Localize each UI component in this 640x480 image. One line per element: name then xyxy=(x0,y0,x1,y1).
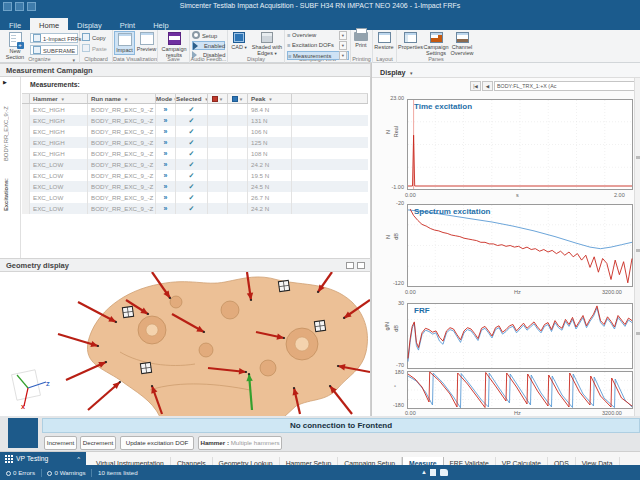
paste-button[interactable]: Paste xyxy=(82,44,107,53)
mode-icon[interactable]: » xyxy=(164,194,168,201)
selected-check-icon[interactable]: ✓ xyxy=(189,183,195,190)
row-handle[interactable] xyxy=(22,137,30,148)
row-handle[interactable] xyxy=(22,159,30,170)
mode-icon[interactable]: » xyxy=(164,128,168,135)
measurement-campaign-header[interactable]: Measurement Campaign xyxy=(0,63,371,77)
nav-prev-button[interactable]: ◀ xyxy=(482,81,493,91)
impact-button[interactable]: Impact xyxy=(114,31,135,55)
selected-check-icon[interactable]: ✓ xyxy=(189,128,195,135)
nav-trace-name[interactable]: BODY:FL_TRX_1:+X (Ac xyxy=(494,81,640,91)
table-row[interactable]: EXC_LOWBODY_RR_EXC_9_-Z»✓19.5 N xyxy=(22,170,368,181)
c1-axis: Real xyxy=(393,126,399,137)
section-dropdown[interactable]: 1-Impact FRFs▾ xyxy=(30,33,78,43)
excitation-arrow xyxy=(329,385,352,414)
mode-icon[interactable]: » xyxy=(164,161,168,168)
table-row[interactable]: EXC_HIGHBODY_RR_EXC_9_-Z»✓125 N xyxy=(22,137,368,148)
column-hammer[interactable]: Hammer ▼ xyxy=(30,94,88,103)
selected-check-icon[interactable]: ✓ xyxy=(189,150,195,157)
section-icon xyxy=(33,34,41,42)
channel-overview-button[interactable]: Channel Overview xyxy=(450,31,474,55)
column-filler xyxy=(292,94,368,103)
audio-enabled-button[interactable]: Enabled xyxy=(192,41,225,50)
campaign-view-dropdown-icon[interactable]: ▾ xyxy=(339,51,347,60)
row-handle[interactable] xyxy=(22,181,30,192)
table-row[interactable]: EXC_HIGHBODY_RR_EXC_9_-Z»✓108 N xyxy=(22,148,368,159)
row-handle[interactable] xyxy=(22,203,30,214)
properties-button[interactable]: Properties xyxy=(398,31,422,55)
c4-unit: ° xyxy=(393,385,399,387)
table-row[interactable]: EXC_HIGHBODY_RR_EXC_9_-Z»✓131 N xyxy=(22,115,368,126)
mode-icon[interactable]: » xyxy=(164,150,168,157)
restore-button[interactable]: Restore xyxy=(373,31,395,55)
row-handle[interactable] xyxy=(22,170,30,181)
new-section-button[interactable]: + New Section xyxy=(2,31,28,55)
geometry-maximize-icon[interactable] xyxy=(346,262,354,269)
selected-check-icon[interactable]: ✓ xyxy=(189,172,195,179)
copy-status-icon[interactable] xyxy=(440,469,448,476)
table-row[interactable]: EXC_LOWBODY_RR_EXC_9_-Z»✓24.2 N xyxy=(22,159,368,170)
spectrum-excitation-chart[interactable] xyxy=(407,204,633,287)
right-scrollbar[interactable] xyxy=(634,78,640,416)
update-excitation-dof-button[interactable]: Update excitation DOF xyxy=(120,436,194,450)
collapse-caret-icon[interactable]: ^ xyxy=(77,452,80,466)
table-row[interactable]: EXC_LOWBODY_RR_EXC_9_-Z»✓24.5 N xyxy=(22,181,368,192)
clipboard-status-icon[interactable] xyxy=(430,469,436,476)
selected-check-icon[interactable]: ✓ xyxy=(189,117,195,124)
selected-check-icon[interactable]: ✓ xyxy=(189,161,195,168)
table-row[interactable]: EXC_LOWBODY_RR_EXC_9_-Z»✓24.2 N xyxy=(22,203,368,214)
column-run-name[interactable]: Run name ▼ xyxy=(88,94,156,103)
expand-arrow-icon[interactable]: ▶ xyxy=(3,79,7,85)
row-handle[interactable] xyxy=(22,148,30,159)
column-mode[interactable]: Mode▼ xyxy=(156,94,176,103)
cell-filler xyxy=(292,181,368,192)
copy-button[interactable]: Copy xyxy=(82,33,106,42)
table-row[interactable]: EXC_LOWBODY_RR_EXC_9_-Z»✓26.7 N xyxy=(22,192,368,203)
selected-check-icon[interactable]: ✓ xyxy=(189,106,195,113)
selected-check-icon[interactable]: ✓ xyxy=(189,139,195,146)
row-handle[interactable] xyxy=(22,192,30,203)
decrement-button[interactable]: Decrement xyxy=(80,436,116,450)
column-peak[interactable]: Peak ▼ xyxy=(248,94,292,103)
column-selected[interactable]: Selected ▼ xyxy=(176,94,208,103)
print-button[interactable]: Print xyxy=(351,31,371,55)
preview-icon xyxy=(140,32,154,45)
cad-button[interactable]: CAD ▾ xyxy=(229,31,249,55)
hammer-selector[interactable]: Hammer : Multiple hammers xyxy=(198,436,282,450)
cad-icon xyxy=(233,32,245,43)
mode-icon[interactable]: » xyxy=(164,106,168,113)
selected-check-icon[interactable]: ✓ xyxy=(189,194,195,201)
mode-icon[interactable]: » xyxy=(164,205,168,212)
display-menu[interactable]: Display xyxy=(380,68,406,77)
mode-icon[interactable]: » xyxy=(164,183,168,190)
table-row[interactable]: EXC_HIGHBODY_RR_EXC_9_-Z»✓106 N xyxy=(22,126,368,137)
column-accel-filter[interactable]: ▼ xyxy=(228,94,248,103)
display-menu-arrow[interactable]: ▾ xyxy=(410,70,413,76)
selected-check-icon[interactable]: ✓ xyxy=(189,205,195,212)
audio-setup-button[interactable]: Setup xyxy=(192,31,217,40)
frf-phase-chart[interactable] xyxy=(407,371,633,409)
row-handle[interactable] xyxy=(22,104,30,115)
row-handle[interactable] xyxy=(22,126,30,137)
row-handle[interactable] xyxy=(22,115,30,126)
time-excitation-chart[interactable] xyxy=(407,99,633,190)
campaign-results-button[interactable]: Campaign results xyxy=(161,31,187,55)
nav-first-button[interactable]: |◀ xyxy=(470,81,481,91)
mode-icon[interactable]: » xyxy=(164,117,168,124)
campaign-settings-button[interactable]: Campaign Settings xyxy=(423,31,449,55)
workbook-dropdown[interactable]: SUBFRAME▾ xyxy=(30,45,78,55)
preview-button[interactable]: Preview xyxy=(136,31,157,55)
frf-amplitude-chart[interactable] xyxy=(407,303,633,369)
mode-icon[interactable]: » xyxy=(164,172,168,179)
column-hammer-filter[interactable]: ▼ xyxy=(208,94,228,103)
increment-button[interactable]: Increment xyxy=(44,436,77,450)
geometry-display-header[interactable]: Geometry display xyxy=(0,258,371,272)
geometry-viewport[interactable] xyxy=(0,272,371,416)
table-row[interactable]: EXC_HIGHBODY_RR_EXC_9_-Z»✓98.4 N xyxy=(22,104,368,115)
campaign-view-dropdown-icon[interactable]: ▾ xyxy=(339,41,347,50)
campaign-view-dropdown-icon[interactable]: ▾ xyxy=(339,31,347,40)
mode-icon[interactable]: » xyxy=(164,139,168,146)
vp-testing-block[interactable]: VP Testing ^ xyxy=(0,452,86,466)
scroll-up-icon[interactable]: ▲ xyxy=(421,465,427,480)
shaded-with-edges-button[interactable]: Shaded with Edges ▾ xyxy=(251,31,283,55)
geometry-restore-icon[interactable] xyxy=(357,262,365,269)
